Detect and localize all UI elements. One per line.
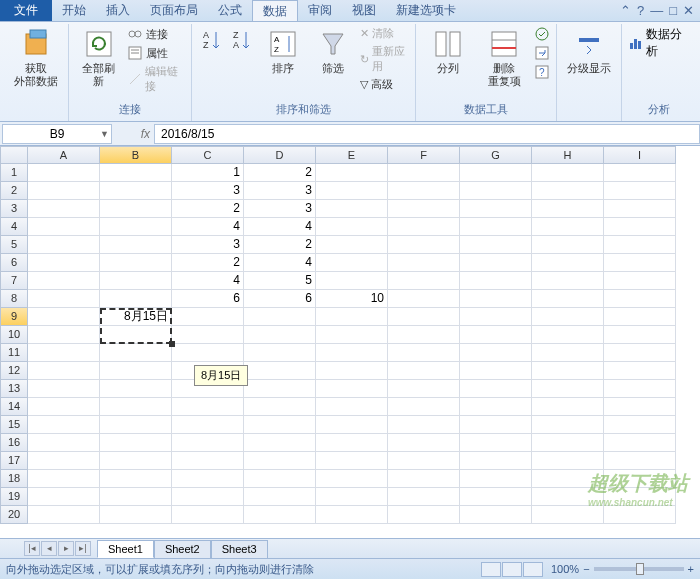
data-analysis-button[interactable]: 数据分析 (628, 26, 690, 60)
cell-A12[interactable] (28, 362, 100, 380)
cell-D20[interactable] (244, 506, 316, 524)
cell-D18[interactable] (244, 470, 316, 488)
cell-B19[interactable] (100, 488, 172, 506)
cell-F16[interactable] (388, 434, 460, 452)
cell-A20[interactable] (28, 506, 100, 524)
col-header-G[interactable]: G (460, 146, 532, 164)
cell-F9[interactable] (388, 308, 460, 326)
cell-G9[interactable] (460, 308, 532, 326)
cell-C3[interactable]: 2 (172, 200, 244, 218)
cell-B4[interactable] (100, 218, 172, 236)
cell-B15[interactable] (100, 416, 172, 434)
cell-E20[interactable] (316, 506, 388, 524)
cell-I15[interactable] (604, 416, 676, 434)
cell-C5[interactable]: 3 (172, 236, 244, 254)
menu-tab-2[interactable]: 页面布局 (140, 0, 208, 21)
cell-A10[interactable] (28, 326, 100, 344)
text-to-columns-button[interactable]: 分列 (422, 26, 474, 77)
cell-B2[interactable] (100, 182, 172, 200)
cell-G20[interactable] (460, 506, 532, 524)
minimize-icon[interactable]: — (650, 3, 663, 18)
cell-D15[interactable] (244, 416, 316, 434)
cell-D9[interactable] (244, 308, 316, 326)
cell-F8[interactable] (388, 290, 460, 308)
sheet-tab-Sheet1[interactable]: Sheet1 (97, 540, 154, 558)
row-header-19[interactable]: 19 (0, 488, 28, 506)
filter-button[interactable]: 筛选 (310, 26, 356, 77)
cell-F17[interactable] (388, 452, 460, 470)
cell-B7[interactable] (100, 272, 172, 290)
cell-E15[interactable] (316, 416, 388, 434)
sort-button[interactable]: AZ 排序 (260, 26, 306, 77)
tab-nav-last[interactable]: ▸| (75, 541, 91, 556)
cell-A11[interactable] (28, 344, 100, 362)
cell-A6[interactable] (28, 254, 100, 272)
cell-H1[interactable] (532, 164, 604, 182)
cell-G19[interactable] (460, 488, 532, 506)
cell-C10[interactable] (172, 326, 244, 344)
cell-E12[interactable] (316, 362, 388, 380)
cell-B9[interactable]: 8月15日 (100, 308, 172, 326)
cell-G13[interactable] (460, 380, 532, 398)
cell-F12[interactable] (388, 362, 460, 380)
menu-tab-1[interactable]: 插入 (96, 0, 140, 21)
whatif-button[interactable]: ? (534, 64, 550, 80)
cell-F5[interactable] (388, 236, 460, 254)
cell-D1[interactable]: 2 (244, 164, 316, 182)
cell-F15[interactable] (388, 416, 460, 434)
cell-F4[interactable] (388, 218, 460, 236)
menu-tab-5[interactable]: 审阅 (298, 0, 342, 21)
cell-A7[interactable] (28, 272, 100, 290)
cell-A16[interactable] (28, 434, 100, 452)
cell-B6[interactable] (100, 254, 172, 272)
cell-I19[interactable] (604, 488, 676, 506)
tab-nav-next[interactable]: ▸ (58, 541, 74, 556)
row-header-18[interactable]: 18 (0, 470, 28, 488)
cell-H2[interactable] (532, 182, 604, 200)
cell-H6[interactable] (532, 254, 604, 272)
cell-H16[interactable] (532, 434, 604, 452)
cell-C4[interactable]: 4 (172, 218, 244, 236)
cell-A19[interactable] (28, 488, 100, 506)
chevron-down-icon[interactable]: ▼ (100, 129, 109, 139)
cell-F14[interactable] (388, 398, 460, 416)
cell-B17[interactable] (100, 452, 172, 470)
cell-F6[interactable] (388, 254, 460, 272)
cell-A9[interactable] (28, 308, 100, 326)
col-header-A[interactable]: A (28, 146, 100, 164)
cell-D12[interactable] (244, 362, 316, 380)
cell-H18[interactable] (532, 470, 604, 488)
cell-G10[interactable] (460, 326, 532, 344)
col-header-B[interactable]: B (100, 146, 172, 164)
cell-C8[interactable]: 6 (172, 290, 244, 308)
zoom-slider[interactable] (594, 567, 684, 571)
cell-H5[interactable] (532, 236, 604, 254)
cell-C17[interactable] (172, 452, 244, 470)
fx-icon[interactable]: fx (114, 127, 154, 141)
cell-C9[interactable] (172, 308, 244, 326)
cell-G8[interactable] (460, 290, 532, 308)
refresh-all-button[interactable]: 全部刷新 (75, 26, 123, 90)
cell-E9[interactable] (316, 308, 388, 326)
cell-E8[interactable]: 10 (316, 290, 388, 308)
select-all-corner[interactable] (0, 146, 28, 164)
cell-B1[interactable] (100, 164, 172, 182)
close-icon[interactable]: ✕ (683, 3, 694, 18)
sheet-tab-Sheet2[interactable]: Sheet2 (154, 540, 211, 558)
row-header-15[interactable]: 15 (0, 416, 28, 434)
cell-D10[interactable] (244, 326, 316, 344)
cell-B5[interactable] (100, 236, 172, 254)
col-header-E[interactable]: E (316, 146, 388, 164)
cell-B12[interactable] (100, 362, 172, 380)
cell-H4[interactable] (532, 218, 604, 236)
cell-H11[interactable] (532, 344, 604, 362)
cell-D17[interactable] (244, 452, 316, 470)
row-header-9[interactable]: 9 (0, 308, 28, 326)
advanced-filter-button[interactable]: ▽高级 (360, 77, 409, 92)
cell-E6[interactable] (316, 254, 388, 272)
cell-C1[interactable]: 1 (172, 164, 244, 182)
cell-C20[interactable] (172, 506, 244, 524)
cell-G18[interactable] (460, 470, 532, 488)
name-box[interactable]: B9▼ (2, 124, 112, 144)
row-header-5[interactable]: 5 (0, 236, 28, 254)
